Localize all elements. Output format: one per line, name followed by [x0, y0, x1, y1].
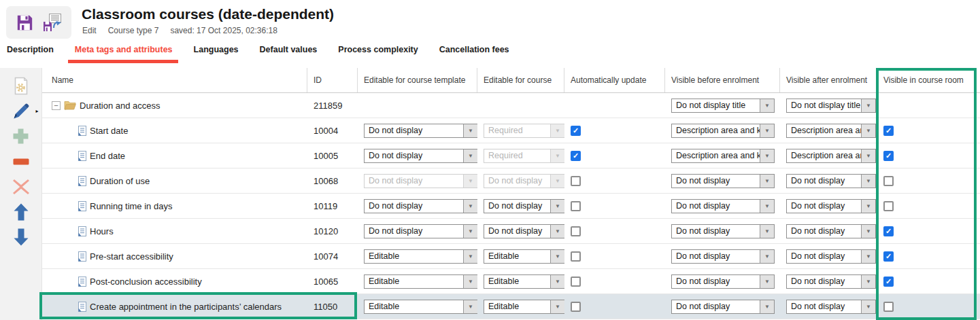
- tab-meta-tags-and-attributes[interactable]: Meta tags and attributes: [75, 45, 173, 63]
- editable-for-course-template-dropdown[interactable]: Editable▼: [364, 274, 477, 289]
- automatically-update-checkbox[interactable]: [571, 176, 581, 186]
- table-row[interactable]: −Duration and access211859Do not display…: [42, 93, 980, 118]
- visible-in-course-room-checkbox[interactable]: ✓: [883, 251, 894, 262]
- visible-after-enrolment-dropdown[interactable]: Do not display▼: [786, 174, 876, 188]
- dropdown-value: Description area and: [787, 124, 861, 137]
- editable-for-course-template-dropdown[interactable]: Editable▼: [364, 249, 477, 264]
- save-button[interactable]: [16, 14, 34, 32]
- automatically-update-cell: [564, 194, 665, 218]
- editable-for-course-cell: Do not display▼: [477, 168, 564, 193]
- automatically-update-checkbox[interactable]: ✓: [571, 151, 581, 161]
- dropdown-value: Do not display: [484, 175, 550, 188]
- visible-after-enrolment-cell: Description area and▼: [780, 143, 877, 168]
- id-cell: 10068: [307, 168, 358, 193]
- document-icon: [78, 126, 86, 136]
- visible-before-enrolment-dropdown[interactable]: Do not display▼: [671, 224, 775, 238]
- visible-in-course-room-checkbox[interactable]: [883, 201, 894, 211]
- visible-before-enrolment-dropdown[interactable]: Do not display▼: [671, 174, 775, 188]
- visible-in-course-room-checkbox[interactable]: ✓: [883, 126, 894, 136]
- visible-before-enrolment-dropdown[interactable]: Do not display▼: [671, 249, 775, 264]
- visible-in-course-room-checkbox[interactable]: ✓: [883, 226, 894, 236]
- visible-in-course-room-checkbox[interactable]: ✓: [883, 277, 894, 287]
- save-and-back-button[interactable]: [42, 13, 63, 32]
- editable-for-course-dropdown[interactable]: Editable▼: [484, 274, 564, 289]
- automatically-update-checkbox[interactable]: [571, 302, 581, 312]
- editable-for-course-template-dropdown[interactable]: Do not display▼: [364, 199, 477, 213]
- visible-after-enrolment-dropdown[interactable]: Do not display▼: [786, 300, 876, 314]
- editable-for-course-template-cell: Do not display▼: [358, 219, 477, 243]
- tab-description[interactable]: Description: [7, 45, 54, 63]
- table-row[interactable]: Duration of use10068Do not display▼Do no…: [42, 168, 980, 194]
- visible-in-course-room-checkbox[interactable]: [883, 176, 894, 186]
- add-button[interactable]: [10, 127, 33, 145]
- tab-process-complexity[interactable]: Process complexity: [338, 45, 418, 63]
- chevron-down-icon: ▼: [463, 275, 477, 288]
- table-row[interactable]: Post-conclusion accessibility10065Editab…: [42, 269, 980, 294]
- chevron-down-icon: ▼: [760, 300, 774, 313]
- dropdown-value: Do not display: [484, 200, 550, 213]
- automatically-update-checkbox[interactable]: ✓: [571, 126, 581, 136]
- editable-for-course-template-dropdown[interactable]: Do not display▼: [364, 224, 477, 238]
- visible-before-enrolment-cell: Do not display▼: [665, 219, 780, 243]
- editable-for-course-dropdown[interactable]: Editable▼: [484, 300, 564, 314]
- automatically-update-checkbox[interactable]: [571, 251, 581, 262]
- delete-button[interactable]: [10, 177, 33, 196]
- visible-after-enrolment-dropdown[interactable]: Description area and▼: [786, 124, 876, 138]
- dropdown-value: Editable: [365, 300, 463, 313]
- automatically-update-checkbox[interactable]: [571, 201, 581, 211]
- editable-for-course-dropdown[interactable]: Do not display▼: [484, 224, 564, 238]
- table-row[interactable]: Create appointment in the participants’ …: [42, 294, 980, 319]
- column-header-editable-for-course-template: Editable for course template: [358, 68, 477, 92]
- tab-default-values[interactable]: Default values: [260, 45, 318, 63]
- visible-in-course-room-checkbox[interactable]: [883, 302, 894, 312]
- automatically-update-checkbox[interactable]: [571, 226, 581, 236]
- document-gear-icon: [13, 77, 29, 95]
- visible-before-enrolment-dropdown[interactable]: Description area and ke▼: [671, 124, 775, 138]
- move-down-button[interactable]: [10, 228, 33, 246]
- dropdown-value: Do not display: [672, 250, 760, 263]
- editable-for-course-dropdown[interactable]: Do not display▼: [484, 199, 564, 213]
- table-row[interactable]: Running time in days10119Do not display▼…: [42, 194, 980, 219]
- visible-after-enrolment-dropdown[interactable]: Do not display▼: [786, 224, 876, 238]
- collapse-toggle[interactable]: −: [52, 101, 61, 110]
- new-attribute-button[interactable]: [10, 77, 33, 95]
- table-row[interactable]: End date10005Do not display▼Required▼✓De…: [42, 143, 980, 168]
- visible-after-enrolment-dropdown[interactable]: Description area and▼: [786, 149, 876, 163]
- visible-after-enrolment-cell: Do not display▼: [780, 194, 877, 218]
- editable-for-course-template-dropdown[interactable]: Do not display▼: [364, 124, 477, 138]
- name-cell: End date: [42, 143, 307, 168]
- visible-in-course-room-checkbox[interactable]: ✓: [883, 151, 894, 161]
- table-row[interactable]: Pre-start accessibility10074Editable▼Edi…: [42, 244, 980, 269]
- visible-before-enrolment-dropdown[interactable]: Description area and ke▼: [671, 149, 775, 163]
- table-row[interactable]: Start date10004Do not display▼Required▼✓…: [42, 118, 980, 143]
- editable-for-course-template-dropdown[interactable]: Editable▼: [364, 300, 477, 314]
- editable-for-course-template-dropdown[interactable]: Do not display▼: [364, 174, 477, 188]
- row-id-label: 10119: [314, 201, 337, 211]
- visible-after-enrolment-dropdown[interactable]: Do not display▼: [786, 249, 876, 264]
- visible-after-enrolment-dropdown[interactable]: Do not display▼: [786, 199, 876, 213]
- visible-before-enrolment-dropdown[interactable]: Do not display▼: [671, 199, 775, 213]
- arrow-up-icon: [14, 203, 29, 221]
- move-up-button[interactable]: [10, 202, 33, 221]
- automatically-update-checkbox[interactable]: [571, 277, 581, 287]
- editable-for-course-dropdown[interactable]: Required▼: [484, 124, 564, 138]
- editable-for-course-dropdown[interactable]: Editable▼: [484, 249, 564, 264]
- visible-before-enrolment-dropdown[interactable]: Do not display title▼: [671, 99, 775, 113]
- visible-after-enrolment-dropdown[interactable]: Do not display title▼: [786, 99, 876, 113]
- visible-after-enrolment-dropdown[interactable]: Do not display▼: [786, 274, 876, 289]
- visible-before-enrolment-dropdown[interactable]: Do not display▼: [671, 300, 775, 314]
- automatically-update-cell: ✓: [564, 118, 665, 143]
- edit-button[interactable]: ▸: [10, 102, 33, 120]
- visible-in-course-room-cell: ✓: [877, 143, 980, 168]
- editable-for-course-dropdown[interactable]: Required▼: [484, 149, 564, 163]
- save-toolbar: [6, 6, 71, 39]
- remove-button[interactable]: [10, 152, 33, 171]
- visible-before-enrolment-dropdown[interactable]: Do not display▼: [671, 274, 775, 289]
- chevron-down-icon: ▼: [760, 99, 774, 112]
- editable-for-course-template-dropdown[interactable]: Do not display▼: [364, 149, 477, 163]
- editable-for-course-dropdown[interactable]: Do not display▼: [484, 174, 564, 188]
- editable-for-course-template-cell: Editable▼: [358, 269, 477, 294]
- tab-cancellation-fees[interactable]: Cancellation fees: [439, 45, 509, 63]
- table-row[interactable]: Hours10120Do not display▼Do not display▼…: [42, 219, 980, 244]
- tab-languages[interactable]: Languages: [194, 45, 239, 63]
